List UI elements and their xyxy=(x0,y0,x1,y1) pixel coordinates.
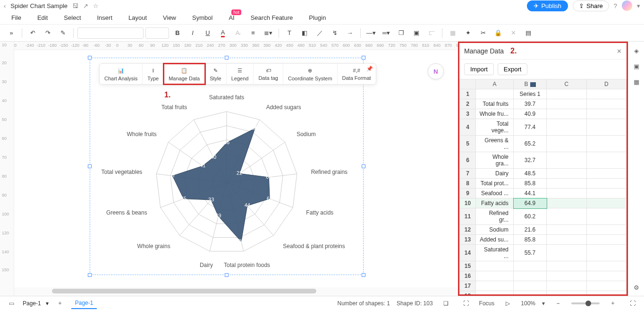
cell-a-15[interactable] xyxy=(476,261,514,271)
cell-a-10[interactable]: Fatty acids xyxy=(476,198,514,208)
zoom-slider[interactable] xyxy=(571,302,600,304)
layers-icon[interactable]: ❐ xyxy=(395,26,408,40)
align-icon[interactable]: ≡ xyxy=(246,26,260,40)
open-external-icon[interactable]: ↗ xyxy=(83,2,88,9)
menu-search-feature[interactable]: Search Feature xyxy=(251,14,293,21)
cell-b-4[interactable]: 77.4 xyxy=(514,119,547,136)
text-tool-icon[interactable]: T xyxy=(283,26,296,40)
cell-a-1[interactable] xyxy=(476,89,514,99)
row-17[interactable]: 17 xyxy=(460,281,476,291)
cell-a-9[interactable]: Seafood ... xyxy=(476,189,514,198)
close-icon[interactable]: ✕ xyxy=(617,48,622,55)
apps-icon[interactable]: ▦ xyxy=(634,78,639,86)
row-13[interactable]: 13 xyxy=(460,235,476,245)
pin-icon[interactable]: 📌 xyxy=(366,66,373,72)
line-weight-icon[interactable]: ═▾ xyxy=(380,26,393,40)
cell-b-14[interactable]: 55.7 xyxy=(514,245,547,261)
cell-a-13[interactable]: Added su... xyxy=(476,235,514,245)
page-tab[interactable]: Page-1 xyxy=(71,298,97,309)
chevron-down-icon[interactable]: ▾ xyxy=(637,2,640,9)
cell-a-5[interactable]: Greens & ... xyxy=(476,136,514,152)
row-3[interactable]: 3 xyxy=(460,109,476,119)
menu-plugin[interactable]: Plugin xyxy=(309,14,326,21)
menu-view[interactable]: View xyxy=(163,14,176,21)
line-color-icon[interactable]: ／ xyxy=(313,26,326,40)
cell-b-18[interactable] xyxy=(514,291,547,295)
row-10[interactable]: 10 xyxy=(460,198,476,208)
row-14[interactable]: 14 xyxy=(460,245,476,261)
cell-b-17[interactable] xyxy=(514,281,547,291)
zoom-level[interactable]: 100% xyxy=(521,300,535,307)
connector-icon[interactable]: ↯ xyxy=(328,26,341,40)
menu-insert[interactable]: Insert xyxy=(97,14,113,21)
bold-icon[interactable]: B xyxy=(171,26,184,40)
pages-icon[interactable]: ▭ xyxy=(5,297,18,310)
menu-symbol[interactable]: Symbol xyxy=(192,14,212,21)
format-painter-icon[interactable]: ✎ xyxy=(56,26,69,40)
cell-b-5[interactable]: 65.2 xyxy=(514,136,547,152)
menu-ai[interactable]: AIhot xyxy=(229,14,234,21)
save-icon[interactable]: 🖫 xyxy=(72,2,78,9)
col-D[interactable]: D xyxy=(586,79,627,89)
horizontal-scrollbar[interactable] xyxy=(14,287,458,296)
publish-button[interactable]: ✈Publish xyxy=(527,0,568,11)
chart-toolbar-data-tag[interactable]: 🏷Data tag xyxy=(254,64,283,84)
fullscreen-icon[interactable]: ⛶ xyxy=(626,297,639,310)
row-8[interactable]: 8 xyxy=(460,179,476,189)
menu-edit[interactable]: Edit xyxy=(37,14,48,21)
diamond-icon[interactable]: ◈ xyxy=(634,47,639,54)
data-grid[interactable]: ABCD1Series 12Total fruits39.73Whole fru… xyxy=(459,79,627,294)
cell-a-4[interactable]: Total vege... xyxy=(476,119,514,136)
chart-toolbar-coordinate-system[interactable]: ⊕Coordinate System xyxy=(283,64,338,84)
star-icon[interactable]: ☆ xyxy=(93,2,99,9)
cell-b-2[interactable]: 39.7 xyxy=(514,99,547,109)
cell-b-13[interactable]: 85.8 xyxy=(514,235,547,245)
cell-a-3[interactable]: Whole fru... xyxy=(476,109,514,119)
menu-layout[interactable]: Layout xyxy=(128,14,147,21)
cell-b-1[interactable]: Series 1 xyxy=(514,89,547,99)
avatar[interactable] xyxy=(622,0,632,11)
arrow-icon[interactable]: → xyxy=(343,26,356,40)
settings-slider-icon[interactable]: ⚙ xyxy=(634,284,639,291)
cell-b-3[interactable]: 40.9 xyxy=(514,109,547,119)
layers-status-icon[interactable]: ❏ xyxy=(440,297,453,310)
focus-label[interactable]: Focus xyxy=(479,300,495,307)
radar-chart[interactable]: Saturated fatsAdded sugarsSodiumRefined … xyxy=(132,88,321,277)
row-1[interactable]: 1 xyxy=(460,89,476,99)
zoom-out-icon[interactable]: − xyxy=(551,297,565,310)
page-select-chevron-icon[interactable]: ▾ xyxy=(46,300,49,307)
import-button[interactable]: Import xyxy=(464,63,494,75)
cell-a-17[interactable] xyxy=(476,281,514,291)
lock-icon[interactable]: 🔒 xyxy=(491,26,505,40)
cell-b-7[interactable]: 48.5 xyxy=(514,169,547,179)
palette-icon[interactable]: ▣ xyxy=(634,63,639,70)
cell-a-14[interactable]: Saturated ... xyxy=(476,245,514,261)
row-4[interactable]: 4 xyxy=(460,119,476,136)
chart-toolbar-type[interactable]: ⫴Type xyxy=(143,64,164,84)
cell-a-7[interactable]: Dairy xyxy=(476,169,514,179)
cell-a-2[interactable]: Total fruits xyxy=(476,99,514,109)
menu-select[interactable]: Select xyxy=(64,14,81,21)
page-select[interactable]: Page-1 xyxy=(23,300,41,307)
cell-b-6[interactable]: 32.7 xyxy=(514,152,547,169)
row-15[interactable]: 15 xyxy=(460,261,476,271)
cell-b-9[interactable]: 44.1 xyxy=(514,189,547,198)
col-C[interactable]: C xyxy=(547,79,587,89)
expand-icon[interactable]: » xyxy=(5,26,18,40)
row-11[interactable]: 11 xyxy=(460,208,476,225)
share-button[interactable]: ⇪Share xyxy=(573,0,609,11)
canvas[interactable]: 📌 📊Chart Analysis⫴Type📋Manage Data✎Style… xyxy=(14,50,458,287)
line-style-icon[interactable]: —▾ xyxy=(364,26,378,40)
row-16[interactable]: 16 xyxy=(460,271,476,281)
row-7[interactable]: 7 xyxy=(460,169,476,179)
cell-b-10[interactable]: 64.9 xyxy=(514,198,547,208)
cell-a-16[interactable] xyxy=(476,271,514,281)
redo-icon[interactable]: ↷ xyxy=(41,26,54,40)
table-icon[interactable]: ▤ xyxy=(522,26,535,40)
underline-icon[interactable]: U xyxy=(201,26,214,40)
cell-a-18[interactable] xyxy=(476,291,514,295)
cell-a-8[interactable]: Total prot... xyxy=(476,179,514,189)
menu-file[interactable]: File xyxy=(11,14,21,21)
zoom-chevron-icon[interactable]: ▾ xyxy=(542,300,545,307)
effects-icon[interactable]: ✦ xyxy=(461,26,475,40)
